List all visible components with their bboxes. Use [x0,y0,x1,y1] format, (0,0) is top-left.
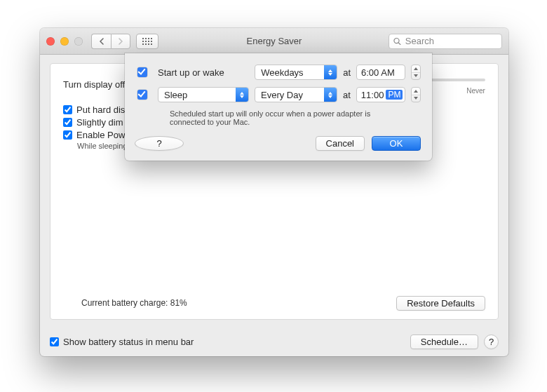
chevron-updown-icon [324,65,337,79]
schedule-sheet: Start up or wake Weekdays at 6:00 AM Sle… [125,53,432,161]
search-icon [393,37,401,46]
at-label: at [343,67,351,78]
svg-rect-6 [148,41,149,42]
svg-rect-1 [145,38,147,39]
svg-rect-9 [145,43,147,45]
titlebar: Energy Saver [40,28,508,55]
svg-rect-8 [142,43,144,45]
search-input[interactable] [404,35,497,47]
schedule-button[interactable]: Schedule… [410,334,478,349]
sleep-days-popup[interactable]: Every Day [255,87,337,102]
sleep-enable-checkbox[interactable] [137,90,147,100]
wake-days-popup[interactable]: Weekdays [255,65,337,80]
svg-rect-5 [145,41,147,42]
svg-line-13 [398,42,400,44]
zoom-window-button [74,37,83,46]
sleep-time-stepper[interactable] [411,87,421,102]
minimize-window-button[interactable] [60,37,69,46]
schedule-note: Scheduled start up will only occur when … [170,109,394,126]
svg-rect-10 [148,43,149,45]
wake-time-field[interactable]: 6:00 AM [356,65,405,80]
svg-rect-11 [151,43,152,45]
bottom-bar: Show battery status in menu bar Schedule… [50,334,499,349]
wake-label: Start up or wake [158,67,224,78]
nav-buttons [91,34,130,49]
chevron-updown-icon [324,88,337,102]
back-button[interactable] [91,34,111,49]
forward-button [111,34,130,49]
svg-rect-7 [151,41,152,42]
close-window-button[interactable] [46,37,55,46]
search-field[interactable] [389,34,502,49]
help-button[interactable]: ? [484,334,499,349]
sleep-time-field[interactable]: 11:00 PM [356,87,405,102]
window-controls [46,37,83,46]
wake-enable-checkbox[interactable] [137,67,147,77]
chevron-updown-icon [236,88,248,102]
svg-rect-0 [142,38,144,39]
svg-rect-4 [142,41,144,42]
wake-time-stepper[interactable] [411,65,421,80]
ok-button[interactable]: OK [372,136,421,151]
sheet-help-button[interactable]: ? [135,136,184,151]
at-label: at [343,90,351,100]
slider-tick: Never [466,87,485,95]
cancel-button[interactable]: Cancel [316,136,365,151]
sleep-action-popup[interactable]: Sleep [158,87,249,102]
menu-bar-battery-checkbox[interactable]: Show battery status in menu bar [50,337,194,347]
restore-defaults-button[interactable]: Restore Defaults [396,296,485,311]
svg-rect-2 [148,38,149,39]
svg-rect-3 [151,38,152,39]
battery-charge-status: Current battery charge: 81% [81,298,187,308]
show-all-button[interactable] [136,34,158,49]
